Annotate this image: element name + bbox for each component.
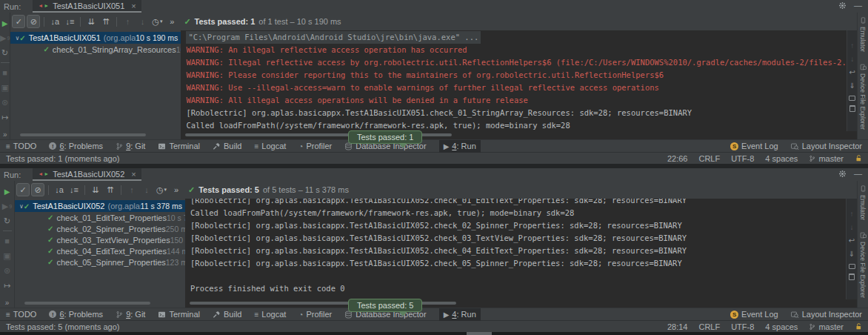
layout-inspector-button[interactable]: Layout Inspector [790,140,862,153]
screenshot-icon[interactable]: ▣ [1,82,8,93]
soft-wrap-icon[interactable]: ↩ [849,236,855,245]
tool-button-emulator[interactable]: Emulator [859,185,867,220]
tool-button-run[interactable]: ▶ 4: Run [439,308,481,321]
overflow-chevron-icon[interactable]: » [170,183,183,196]
gear-icon[interactable] [838,170,847,178]
tool-button-run[interactable]: ▶ 4: Run [439,140,481,153]
print-icon[interactable] [849,96,855,101]
git-branch-widget[interactable]: master [809,322,844,331]
show-ignored-icon[interactable]: ⊘ [31,183,44,196]
run-tab[interactable]: ◄ ► TestA1BasicUIX051 × [33,0,141,13]
sort-alphabetically-icon[interactable]: ↓a [48,15,61,28]
test-tree-row[interactable]: ✓ check_02_Spinner_Properties 250 ms [15,223,185,234]
stop-icon[interactable]: ■ [4,236,10,246]
indent-setting[interactable]: 4 spaces [765,322,798,331]
line-separator[interactable]: CRLF [698,322,720,331]
next-failed-icon[interactable]: ↓ [140,183,153,196]
tool-button-device-file-explorer[interactable]: Device File Explorer [859,64,867,130]
tool-button-git[interactable]: 9: Git [116,140,145,153]
collapse-all-icon[interactable]: ⇈ [104,183,117,196]
event-log-button[interactable]: S Event Log [730,140,778,153]
tool-button-logcat[interactable]: ≡ Logcat [254,140,286,153]
test-tree-row[interactable]: ✓ check_03_TextView_Properties 150 ms [15,234,185,245]
up-stacktrace-icon[interactable]: ↑ [850,209,854,218]
clear-console-icon[interactable] [849,105,855,112]
caret-position[interactable]: 28:14 [667,322,688,331]
tool-button-problems[interactable]: ! 6: Problems [49,140,103,153]
test-tree-row[interactable]: ✓ check_01_EditText_Properties 10 s 711 … [15,212,185,223]
run-tab[interactable]: ◄ ► TestA1BasicUIX052 × [33,168,141,181]
screenshot-icon[interactable]: ▣ [3,251,10,261]
stop-icon[interactable]: ■ [2,67,7,78]
tool-button-profiler[interactable]: ◔ Profiler [298,308,332,321]
overflow-chevron-icon[interactable]: » [165,15,178,28]
test-tree-root-row[interactable]: ∨ ✓ TestA1BasicUIX052 (org.aplas.basica … [15,200,185,212]
lock-icon[interactable] [855,322,862,331]
clear-console-icon[interactable] [849,273,855,280]
previous-failed-icon[interactable]: ↑ [121,15,134,28]
close-icon[interactable]: × [131,1,136,10]
show-passed-icon[interactable]: ✓ [12,15,25,28]
gear-icon[interactable] [838,1,847,10]
file-encoding[interactable]: UTF-8 [731,322,754,331]
next-failed-icon[interactable]: ↓ [136,15,149,28]
scroll-to-end-icon[interactable]: ⇓ [849,81,855,90]
collapse-all-icon[interactable]: ⇈ [99,15,113,28]
tool-button-profiler[interactable]: ◔ Profiler [298,140,332,153]
sort-alphabetically-icon[interactable]: ↓a [53,183,66,196]
caret-position[interactable]: 22:66 [667,154,688,163]
tool-button-emulator[interactable]: Emulator [859,17,867,52]
rerun-failed-tests-icon[interactable]: ▶9 [0,33,10,43]
tool-button-todo[interactable]: ≡ TODO [6,140,36,153]
sort-by-duration-icon[interactable]: ↓≡ [67,183,81,196]
layout-inspector-button[interactable]: Layout Inspector [790,308,862,321]
expand-all-icon[interactable]: ⇊ [89,183,102,196]
toggle-auto-test-icon[interactable]: ↻ [1,47,8,58]
tool-button-build[interactable]: Build [213,308,241,321]
soft-wrap-icon[interactable]: ↩ [849,67,855,76]
line-separator[interactable]: CRLF [698,154,720,163]
more-chevron-icon[interactable]: » [3,130,7,139]
tool-button-problems[interactable]: ! 6: Problems [49,308,103,321]
test-history-icon[interactable]: ◷▾ [155,183,168,196]
rerun-tests-icon[interactable]: ▶ [4,186,10,196]
rerun-tests-icon[interactable]: ▶ [2,18,8,28]
import-tests-icon[interactable]: ↦ [4,280,10,291]
tool-button-build[interactable]: Build [213,140,241,153]
file-encoding[interactable]: UTF-8 [731,154,754,163]
import-tests-icon[interactable]: ↦ [1,112,8,122]
event-log-button[interactable]: S Event Log [730,308,778,321]
up-stacktrace-icon[interactable]: ↑ [850,41,854,50]
tree-scrollbar[interactable] [20,133,146,136]
more-chevron-icon[interactable]: » [5,299,10,307]
previous-failed-icon[interactable]: ↑ [125,183,138,196]
tree-scrollbar[interactable] [24,302,150,305]
git-branch-widget[interactable]: master [809,154,844,163]
scroll-to-end-icon[interactable]: ⇓ [849,249,855,258]
test-history-icon[interactable]: ◷▾ [150,15,164,28]
rerun-failed-tests-icon[interactable]: ▶9 [2,201,12,211]
down-stacktrace-icon[interactable]: ↓ [850,222,854,231]
lock-icon[interactable] [855,154,862,162]
tool-button-terminal[interactable]: Terminal [158,140,200,153]
test-tree-row[interactable]: ✓ check_01_StringArray_Resources 10 s 19… [10,44,181,55]
toggle-auto-test-icon[interactable]: ↻ [4,216,10,226]
show-passed-icon[interactable]: ✓ [16,183,30,196]
indent-setting[interactable]: 4 spaces [765,154,798,163]
print-icon[interactable] [849,264,855,269]
tool-button-todo[interactable]: ≡ TODO [6,308,36,321]
test-tree-row[interactable]: ✓ check_04_EditText_Properties 144 ms [15,245,185,256]
hide-icon[interactable]: — [854,1,862,10]
attach-debugger-icon[interactable]: ⊛ [4,265,10,276]
tool-button-terminal[interactable]: Terminal [158,308,200,321]
test-tree-root-row[interactable]: ∨ ✓ TestA1BasicUIX051 (org.aplas.basica … [10,32,181,44]
hide-icon[interactable]: — [854,169,862,178]
tool-button-git[interactable]: 9: Git [116,308,145,321]
sort-by-duration-icon[interactable]: ↓≡ [63,15,76,28]
tool-button-device-file-explorer[interactable]: Device File Explorer [859,232,867,298]
show-ignored-icon[interactable]: ⊘ [27,15,40,28]
tool-button-logcat[interactable]: ≡ Logcat [254,308,286,321]
expand-all-icon[interactable]: ⇊ [84,15,98,28]
down-stacktrace-icon[interactable]: ↓ [850,54,854,63]
test-tree-row[interactable]: ✓ check_05_Spinner_Properties 123 ms [15,256,185,268]
